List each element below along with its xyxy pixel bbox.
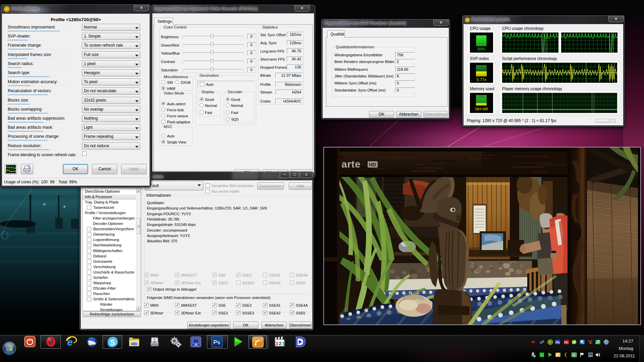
svg-text:2: 2 [279,341,281,346]
svg-text:u: u [567,342,568,344]
svg-text:1: 1 [282,341,285,346]
svg-text:arte: arte [341,159,361,170]
svg-text:HD: HD [369,162,376,167]
svg-text:S: S [110,338,115,347]
svg-text:H: H [573,353,575,357]
svg-text:3: 3 [275,341,278,346]
svg-text:A: A [558,342,560,344]
svg-text:Ps: Ps [213,339,220,346]
